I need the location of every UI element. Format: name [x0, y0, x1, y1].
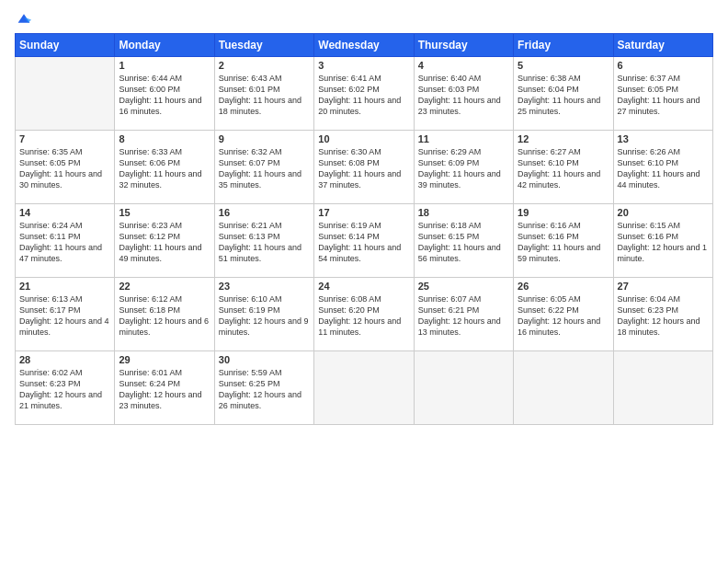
- day-number: 6: [618, 60, 709, 71]
- cell-detail: Sunrise: 6:38 AM Sunset: 6:04 PM Dayligh…: [518, 73, 609, 118]
- day-number: 19: [518, 207, 609, 218]
- cell-detail: Sunrise: 6:40 AM Sunset: 6:03 PM Dayligh…: [418, 73, 509, 118]
- day-number: 28: [19, 354, 110, 365]
- cell-detail: Sunrise: 6:33 AM Sunset: 6:06 PM Dayligh…: [119, 146, 210, 191]
- cell-detail: Sunrise: 6:35 AM Sunset: 6:05 PM Dayligh…: [19, 146, 110, 191]
- cell-detail: Sunrise: 6:07 AM Sunset: 6:21 PM Dayligh…: [418, 293, 509, 339]
- calendar-cell: 6Sunrise: 6:37 AM Sunset: 6:05 PM Daylig…: [613, 57, 712, 131]
- logo: [15, 11, 31, 26]
- logo-icon: [17, 11, 31, 26]
- calendar-cell: 21Sunrise: 6:13 AM Sunset: 6:17 PM Dayli…: [16, 278, 115, 351]
- cell-detail: Sunrise: 6:24 AM Sunset: 6:11 PM Dayligh…: [19, 220, 110, 265]
- calendar-cell: 29Sunrise: 6:01 AM Sunset: 6:24 PM Dayli…: [115, 351, 214, 425]
- calendar-cell: 14Sunrise: 6:24 AM Sunset: 6:11 PM Dayli…: [16, 204, 115, 278]
- day-number: 14: [19, 207, 110, 218]
- weekday-header-monday: Monday: [115, 34, 214, 57]
- day-number: 7: [19, 133, 110, 144]
- day-number: 13: [618, 133, 709, 144]
- weekday-header-friday: Friday: [514, 34, 613, 57]
- day-number: 25: [418, 281, 509, 292]
- cell-detail: Sunrise: 6:44 AM Sunset: 6:00 PM Dayligh…: [119, 73, 210, 118]
- cell-detail: Sunrise: 6:37 AM Sunset: 6:05 PM Dayligh…: [618, 73, 709, 118]
- day-number: 5: [518, 60, 609, 71]
- cell-detail: Sunrise: 6:15 AM Sunset: 6:16 PM Dayligh…: [618, 220, 709, 265]
- weekday-header-row: SundayMondayTuesdayWednesdayThursdayFrid…: [16, 34, 713, 57]
- cell-detail: Sunrise: 6:13 AM Sunset: 6:17 PM Dayligh…: [19, 293, 110, 339]
- day-number: 10: [318, 133, 409, 144]
- day-number: 27: [618, 281, 709, 292]
- calendar-cell: [16, 57, 115, 131]
- calendar-cell: 10Sunrise: 6:30 AM Sunset: 6:08 PM Dayli…: [314, 131, 414, 204]
- day-number: 2: [219, 60, 310, 71]
- day-number: 9: [219, 133, 310, 144]
- calendar-cell: 3Sunrise: 6:41 AM Sunset: 6:02 PM Daylig…: [314, 57, 414, 131]
- weekday-header-saturday: Saturday: [613, 34, 712, 57]
- cell-detail: Sunrise: 6:30 AM Sunset: 6:08 PM Dayligh…: [318, 146, 409, 191]
- day-number: 12: [518, 133, 609, 144]
- cell-detail: Sunrise: 6:16 AM Sunset: 6:16 PM Dayligh…: [518, 220, 609, 265]
- day-number: 22: [119, 281, 210, 292]
- cell-detail: Sunrise: 6:43 AM Sunset: 6:01 PM Dayligh…: [219, 73, 310, 118]
- calendar-cell: 4Sunrise: 6:40 AM Sunset: 6:03 PM Daylig…: [414, 57, 513, 131]
- calendar-cell: 24Sunrise: 6:08 AM Sunset: 6:20 PM Dayli…: [314, 278, 414, 351]
- day-number: 11: [418, 133, 509, 144]
- calendar-cell: 11Sunrise: 6:29 AM Sunset: 6:09 PM Dayli…: [414, 131, 513, 204]
- calendar-cell: 17Sunrise: 6:19 AM Sunset: 6:14 PM Dayli…: [314, 204, 414, 278]
- calendar-cell: 28Sunrise: 6:02 AM Sunset: 6:23 PM Dayli…: [16, 351, 115, 425]
- calendar-cell: [414, 351, 513, 425]
- week-row-4: 21Sunrise: 6:13 AM Sunset: 6:17 PM Dayli…: [16, 278, 713, 351]
- day-number: 30: [219, 354, 310, 365]
- calendar-cell: [514, 351, 613, 425]
- calendar-cell: 1Sunrise: 6:44 AM Sunset: 6:00 PM Daylig…: [115, 57, 214, 131]
- cell-detail: Sunrise: 6:26 AM Sunset: 6:10 PM Dayligh…: [618, 146, 709, 191]
- cell-detail: Sunrise: 6:21 AM Sunset: 6:13 PM Dayligh…: [219, 220, 310, 265]
- day-number: 29: [119, 354, 210, 365]
- weekday-header-sunday: Sunday: [16, 34, 115, 57]
- calendar-cell: 12Sunrise: 6:27 AM Sunset: 6:10 PM Dayli…: [514, 131, 613, 204]
- day-number: 23: [219, 281, 310, 292]
- day-number: 4: [418, 60, 509, 71]
- calendar-cell: 30Sunrise: 5:59 AM Sunset: 6:25 PM Dayli…: [214, 351, 313, 425]
- day-number: 1: [119, 60, 210, 71]
- cell-detail: Sunrise: 6:08 AM Sunset: 6:20 PM Dayligh…: [318, 293, 409, 339]
- cell-detail: Sunrise: 6:32 AM Sunset: 6:07 PM Dayligh…: [219, 146, 310, 191]
- cell-detail: Sunrise: 6:19 AM Sunset: 6:14 PM Dayligh…: [318, 220, 409, 265]
- week-row-1: 1Sunrise: 6:44 AM Sunset: 6:00 PM Daylig…: [16, 57, 713, 131]
- calendar-cell: 20Sunrise: 6:15 AM Sunset: 6:16 PM Dayli…: [613, 204, 712, 278]
- calendar-cell: [314, 351, 414, 425]
- calendar-cell: 26Sunrise: 6:05 AM Sunset: 6:22 PM Dayli…: [514, 278, 613, 351]
- weekday-header-thursday: Thursday: [414, 34, 513, 57]
- calendar-cell: 13Sunrise: 6:26 AM Sunset: 6:10 PM Dayli…: [613, 131, 712, 204]
- day-number: 3: [318, 60, 409, 71]
- day-number: 15: [119, 207, 210, 218]
- cell-detail: Sunrise: 6:27 AM Sunset: 6:10 PM Dayligh…: [518, 146, 609, 191]
- calendar-cell: 23Sunrise: 6:10 AM Sunset: 6:19 PM Dayli…: [214, 278, 313, 351]
- cell-detail: Sunrise: 6:18 AM Sunset: 6:15 PM Dayligh…: [418, 220, 509, 265]
- calendar-cell: 7Sunrise: 6:35 AM Sunset: 6:05 PM Daylig…: [16, 131, 115, 204]
- day-number: 17: [318, 207, 409, 218]
- calendar-cell: 15Sunrise: 6:23 AM Sunset: 6:12 PM Dayli…: [115, 204, 214, 278]
- cell-detail: Sunrise: 6:05 AM Sunset: 6:22 PM Dayligh…: [518, 293, 609, 339]
- day-number: 26: [518, 281, 609, 292]
- day-number: 21: [19, 281, 110, 292]
- day-number: 16: [219, 207, 310, 218]
- day-number: 18: [418, 207, 509, 218]
- calendar-cell: 18Sunrise: 6:18 AM Sunset: 6:15 PM Dayli…: [414, 204, 513, 278]
- cell-detail: Sunrise: 6:29 AM Sunset: 6:09 PM Dayligh…: [418, 146, 509, 191]
- day-number: 24: [318, 281, 409, 292]
- week-row-3: 14Sunrise: 6:24 AM Sunset: 6:11 PM Dayli…: [16, 204, 713, 278]
- calendar-cell: [613, 351, 712, 425]
- calendar-cell: 5Sunrise: 6:38 AM Sunset: 6:04 PM Daylig…: [514, 57, 613, 131]
- calendar-cell: 16Sunrise: 6:21 AM Sunset: 6:13 PM Dayli…: [214, 204, 313, 278]
- weekday-header-wednesday: Wednesday: [314, 34, 414, 57]
- week-row-2: 7Sunrise: 6:35 AM Sunset: 6:05 PM Daylig…: [16, 131, 713, 204]
- calendar-cell: 25Sunrise: 6:07 AM Sunset: 6:21 PM Dayli…: [414, 278, 513, 351]
- weekday-header-tuesday: Tuesday: [214, 34, 313, 57]
- calendar-cell: 27Sunrise: 6:04 AM Sunset: 6:23 PM Dayli…: [613, 278, 712, 351]
- cell-detail: Sunrise: 6:01 AM Sunset: 6:24 PM Dayligh…: [119, 367, 210, 412]
- cell-detail: Sunrise: 6:10 AM Sunset: 6:19 PM Dayligh…: [219, 293, 310, 339]
- cell-detail: Sunrise: 6:02 AM Sunset: 6:23 PM Dayligh…: [19, 367, 110, 412]
- calendar-table: SundayMondayTuesdayWednesdayThursdayFrid…: [15, 33, 713, 425]
- calendar-cell: 9Sunrise: 6:32 AM Sunset: 6:07 PM Daylig…: [214, 131, 313, 204]
- cell-detail: Sunrise: 6:12 AM Sunset: 6:18 PM Dayligh…: [119, 293, 210, 339]
